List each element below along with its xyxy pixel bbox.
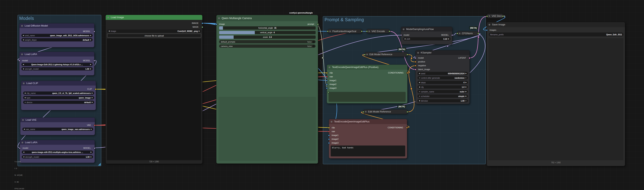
node-header[interactable]: ModelSamplingAuraFlow [401,27,452,32]
widget-image-file[interactable]: ◀ image ComfyUI_00382_.png ▶ [107,29,201,33]
collapse-dot-icon[interactable] [365,111,366,112]
increment-arrow-icon[interactable]: ▶ [466,90,467,93]
decrement-arrow-icon[interactable]: ◀ [419,72,420,75]
node-load-lora-1[interactable]: Load LoRA model MODEL ◀ Qwen-Image-Edit-… [19,52,94,75]
slider-horizontal-angle[interactable]: horizontal_angle15 [219,26,316,30]
widget-strength-model[interactable]: ◀ strength_model 1.00 ▶ [21,67,93,70]
model-input-dot[interactable] [19,147,21,149]
decrement-arrow-icon[interactable]: ◀ [419,85,420,89]
collapse-dot-icon[interactable] [459,33,460,34]
node-header[interactable]: Load LoRA [20,140,94,145]
latent-image-input-dot[interactable] [414,69,416,70]
collapse-dot-icon[interactable] [22,142,23,143]
prompt-textarea[interactable] [328,92,406,102]
decrement-arrow-icon[interactable]: ◀ [419,76,420,79]
widget-strength-model[interactable]: ◀ strength_model 1.00 ▶ [22,155,93,158]
node-text-encode-positive[interactable]: TextEncodeQwenImageEditPlus (Positive) c… [327,65,408,103]
collapse-dot-icon[interactable] [368,31,370,32]
widget-cfg[interactable]: ◀ cfg 1.0 ▶ [418,85,468,89]
collapsed-output-dot[interactable] [388,30,390,32]
increment-arrow-icon[interactable]: ▶ [90,63,91,66]
images-input-dot[interactable] [486,29,488,31]
collapse-dot-icon[interactable] [488,15,490,17]
clip-input-dot[interactable] [326,72,328,74]
widget-sampler-name[interactable]: ◀ sampler_name euler ▶ [418,90,468,93]
model-output-dot[interactable] [93,60,95,62]
widget-scheduler[interactable]: ◀ scheduler simple ▶ [418,95,468,98]
node-flux-kontext-image-scale[interactable]: FluxKontextImageScal [328,29,362,33]
vae-output-dot[interactable] [94,124,96,126]
image2-input-dot[interactable] [326,83,328,85]
widget-lora-name[interactable]: ◀ qwen-image-edit-2511-multiple-angles-l… [22,150,93,154]
node-header[interactable]: Load Diffusion Model [20,24,94,28]
node-header[interactable]: Load VAE [20,118,95,122]
conditioning-output-dot[interactable] [406,127,408,129]
increment-arrow-icon[interactable]: ▶ [90,34,91,37]
collapse-dot-icon[interactable] [23,83,24,84]
vae-input-dot[interactable] [328,131,330,132]
prompt-output-dot[interactable] [317,23,319,25]
collapsed-output-dot[interactable] [406,111,408,113]
increment-arrow-icon[interactable]: ▶ [466,85,467,89]
node-header[interactable]: TextEncodeQwenImageEditPlus (Positive) [327,65,407,70]
decrement-arrow-icon[interactable]: ◀ [23,38,24,42]
image1-input-dot[interactable] [326,80,328,82]
node-graph-canvas[interactable]: Models Prompt & Sampling [0,0,644,190]
node-header[interactable]: Load LoRA [20,52,94,57]
increment-arrow-icon[interactable]: ▶ [466,99,467,102]
image3-input-dot[interactable] [328,142,330,144]
node-load-clip[interactable]: Load CLIP CLIP ◀ clip_name qwen_2.5_vl_7… [21,81,96,110]
conditioning-output-dot[interactable] [406,72,408,74]
model-output-dot[interactable] [93,31,95,33]
decrement-arrow-icon[interactable]: ◀ [419,95,420,98]
collapsed-output-dot[interactable] [361,30,363,32]
node-cfg-norm[interactable]: CFGNorm [457,31,478,36]
node-vae-decode[interactable]: VAE Decode [487,14,503,18]
decrement-arrow-icon[interactable]: ◀ [108,29,110,33]
widget-device[interactable]: ◀ device default ▶ [23,101,94,104]
node-save-image[interactable]: Save Image images filename_prefix Qwen_E… [487,22,625,166]
image-output-dot[interactable] [202,22,203,24]
image1-input-dot[interactable] [328,134,330,136]
decrement-arrow-icon[interactable]: ◀ [24,101,26,104]
collapsed-input-dot[interactable] [362,111,364,113]
node-header[interactable]: Load CLIP [21,81,96,86]
decrement-arrow-icon[interactable]: ◀ [419,99,420,102]
image3-input-dot[interactable] [326,87,328,89]
widget-unet-name[interactable]: ◀ unet_name qwen_image_edit_2511_bf16.sa… [21,34,93,37]
collapse-dot-icon[interactable] [21,25,23,27]
decrement-arrow-icon[interactable]: ◀ [23,150,24,154]
positive-input-dot[interactable] [414,61,416,63]
slider-zoom[interactable]: zoom1.5 [219,36,316,39]
collapsed-input-dot[interactable] [364,54,366,56]
widget-filename-prefix[interactable]: filename_prefix Qwen_Edit_2511 [489,33,624,37]
increment-arrow-icon[interactable]: ▶ [466,76,467,79]
node-ksampler[interactable]: KSampler model LATENT positive negative … [415,50,470,104]
image2-input-dot[interactable] [328,138,330,140]
increment-arrow-icon[interactable]: ▶ [92,101,93,104]
collapse-dot-icon[interactable] [366,54,368,55]
model-input-dot[interactable] [414,57,416,59]
mask-output-dot[interactable] [202,26,203,28]
increment-arrow-icon[interactable]: ▶ [90,150,92,154]
node-vae-encode[interactable]: VAE Encode [367,29,390,33]
decrement-arrow-icon[interactable]: ◀ [23,67,24,70]
collapsed-output-dot[interactable] [502,15,504,17]
collapse-dot-icon[interactable] [328,66,330,68]
widget-vae-name[interactable]: ◀ vae_name qwen_image_vae.safetensors ▶ [22,128,93,131]
widget-control-after-generate[interactable]: ◀ control after generate randomize ▶ [418,76,468,79]
decrement-arrow-icon[interactable]: ◀ [24,91,26,95]
image-input-dot[interactable] [216,23,218,25]
decrement-arrow-icon[interactable]: ◀ [24,96,26,99]
node-load-vae[interactable]: Load VAE VAE ◀ vae_name qwen_image_vae.s… [20,117,95,135]
collapse-dot-icon[interactable] [417,52,419,54]
clip-input-dot[interactable] [328,127,330,129]
widget-steps[interactable]: ◀ steps 4 ▶ [418,81,468,84]
node-header[interactable]: Qwen Multiangle Camera [216,15,318,21]
increment-arrow-icon[interactable]: ▶ [90,67,91,70]
toggle-camera-view[interactable]: camera_view false [219,45,316,48]
widget-seed[interactable]: ◀ seed 600458383611524 ▶ [418,72,468,75]
slider-vertical-angle[interactable]: vertical_angle4 [219,31,316,34]
collapse-dot-icon[interactable] [403,29,404,30]
increment-arrow-icon[interactable]: ▶ [91,128,92,131]
